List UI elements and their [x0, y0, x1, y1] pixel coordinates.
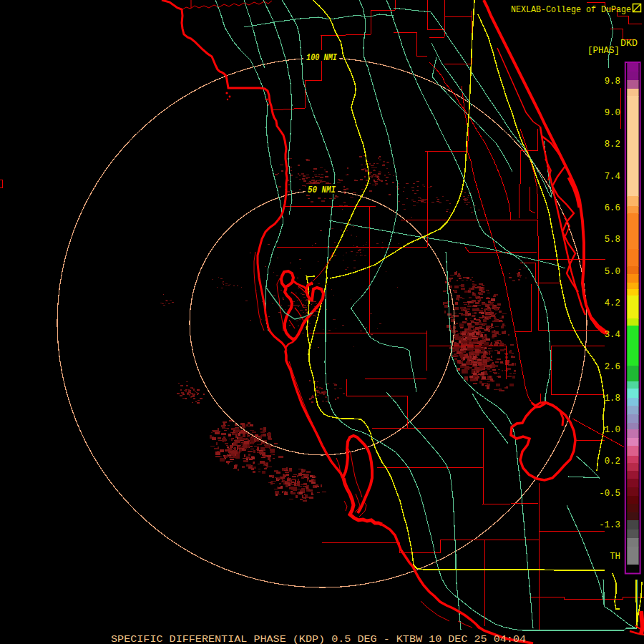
svg-text:5.8: 5.8	[605, 235, 620, 245]
svg-text:9.0: 9.0	[605, 108, 620, 118]
svg-text:100 NMI: 100 NMI	[306, 53, 338, 63]
svg-text:7.4: 7.4	[605, 172, 620, 182]
svg-text:1.0: 1.0	[605, 425, 620, 435]
svg-text:9.8: 9.8	[605, 77, 620, 87]
svg-text:-0.5: -0.5	[599, 489, 620, 499]
svg-text:3.4: 3.4	[605, 330, 620, 340]
svg-text:[PHAS]: [PHAS]	[587, 46, 620, 56]
svg-text:8.2: 8.2	[605, 140, 620, 150]
svg-text:1.8: 1.8	[605, 394, 620, 404]
svg-text:6.6: 6.6	[605, 203, 620, 213]
svg-text:DKD: DKD	[620, 39, 638, 49]
svg-text:SPECIFIC DIFFERENTIAL PHASE (K: SPECIFIC DIFFERENTIAL PHASE (KDP) 0.5 DE…	[111, 635, 526, 644]
svg-text:50 NMI: 50 NMI	[308, 185, 336, 195]
svg-text:5.0: 5.0	[605, 267, 620, 277]
svg-text:4.2: 4.2	[605, 298, 620, 308]
svg-text:2.6: 2.6	[605, 362, 620, 372]
svg-text:-1.3: -1.3	[599, 520, 620, 530]
svg-text:NEXLAB-College of DuPage: NEXLAB-College of DuPage	[511, 4, 631, 15]
svg-text:TH: TH	[610, 552, 620, 562]
svg-text:0.2: 0.2	[605, 457, 620, 467]
